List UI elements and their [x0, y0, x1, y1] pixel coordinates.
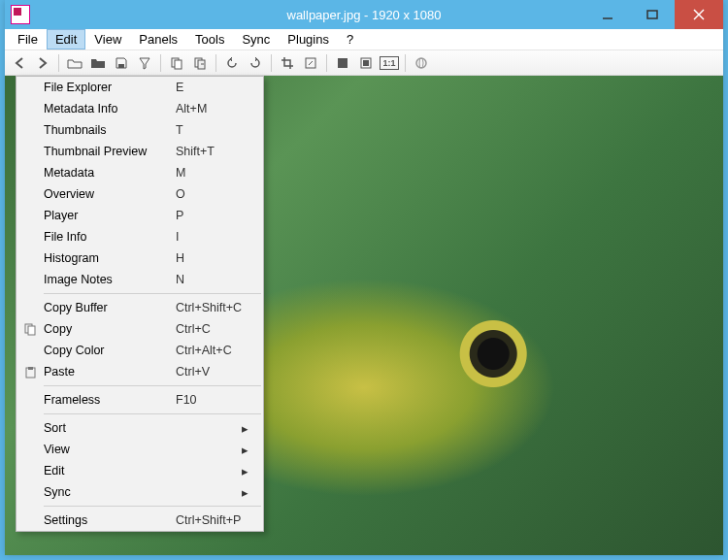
submenu-arrow-icon: ▸ — [242, 443, 251, 457]
menu-[interactable]: ? — [338, 29, 362, 49]
close-button[interactable] — [675, 0, 723, 29]
submenu-arrow-icon: ▸ — [242, 464, 251, 478]
menu-item-edit[interactable]: Edit▸ — [17, 460, 263, 481]
toolbar: 1:1 — [5, 50, 723, 76]
fit-window-icon — [359, 56, 373, 70]
menu-separator — [44, 385, 261, 386]
toolbar-separator — [58, 54, 59, 72]
maximize-button[interactable] — [630, 0, 675, 29]
menu-plugins[interactable]: Plugins — [279, 29, 338, 49]
menu-item-sort[interactable]: Sort▸ — [17, 417, 263, 439]
fit-window-button[interactable] — [355, 53, 377, 73]
fullscreen-button[interactable] — [332, 53, 353, 73]
next-button[interactable] — [32, 53, 53, 73]
toolbar-separator — [326, 54, 327, 72]
menu-item-shortcut: Ctrl+Shift+P — [176, 513, 242, 527]
folder-open-button[interactable] — [64, 53, 85, 73]
menu-item-file-info[interactable]: File InfoI — [17, 226, 263, 247]
menu-item-label: Sync — [44, 485, 176, 499]
toolbar-separator — [160, 54, 161, 72]
menu-item-copy[interactable]: CopyCtrl+C — [17, 318, 263, 340]
move-file-button[interactable] — [189, 53, 211, 73]
actual-size-button[interactable]: 1:1 — [379, 53, 400, 73]
svg-rect-1 — [647, 11, 657, 18]
menu-item-label: Copy — [44, 322, 176, 336]
gps-button[interactable] — [411, 53, 432, 73]
menu-file[interactable]: File — [9, 29, 47, 49]
menu-item-settings[interactable]: SettingsCtrl+Shift+P — [17, 510, 263, 531]
svg-rect-6 — [175, 60, 182, 69]
menu-item-shortcut: P — [176, 209, 242, 222]
svg-rect-18 — [28, 367, 33, 370]
minimize-button[interactable] — [585, 0, 630, 29]
menu-item-shortcut: O — [176, 187, 242, 201]
menu-item-copy-color[interactable]: Copy ColorCtrl+Alt+C — [17, 340, 263, 361]
paste-icon-slot — [17, 366, 44, 379]
menu-item-label: File Explorer — [44, 81, 176, 94]
svg-rect-12 — [363, 60, 369, 66]
menu-item-paste[interactable]: PasteCtrl+V — [17, 361, 263, 382]
actual-size-icon: 1:1 — [380, 56, 398, 70]
menu-item-label: Sort — [44, 421, 176, 435]
edit-menu-dropdown: File ExplorerEMetadata InfoAlt+MThumbnai… — [16, 76, 264, 532]
fullscreen-icon — [336, 56, 349, 70]
folder-icon — [90, 56, 106, 70]
menu-item-thumbnails[interactable]: ThumbnailsT — [17, 119, 263, 141]
minimize-icon — [602, 9, 613, 20]
svg-point-13 — [416, 58, 426, 68]
folder-button[interactable] — [87, 53, 109, 73]
svg-rect-11 — [361, 58, 371, 68]
resize-icon — [304, 56, 317, 70]
maximize-icon — [646, 9, 658, 20]
save-icon — [115, 56, 128, 70]
window-controls — [585, 0, 723, 29]
folder-open-icon — [67, 56, 83, 70]
menu-item-label: Metadata Info — [44, 102, 176, 115]
svg-point-14 — [419, 58, 423, 68]
rotate-ccw-icon — [225, 56, 239, 70]
gps-icon — [414, 56, 428, 70]
menu-edit[interactable]: Edit — [47, 29, 85, 49]
menu-item-player[interactable]: PlayerP — [17, 205, 263, 226]
rotate-cw-icon — [248, 56, 262, 70]
copy-file-button[interactable] — [166, 53, 187, 73]
menu-sync[interactable]: Sync — [233, 29, 279, 49]
menu-panels[interactable]: Panels — [130, 29, 186, 49]
menu-item-file-explorer[interactable]: File ExplorerE — [17, 77, 263, 98]
menu-item-image-notes[interactable]: Image NotesN — [17, 269, 263, 290]
menu-item-metadata[interactable]: MetadataM — [17, 162, 263, 183]
filter-button[interactable] — [134, 53, 155, 73]
svg-rect-15 — [25, 324, 32, 333]
prev-button[interactable] — [9, 53, 30, 73]
menu-item-thumbnail-preview[interactable]: Thumbnail PreviewShift+T — [17, 141, 263, 162]
menu-item-overview[interactable]: OverviewO — [17, 183, 263, 205]
svg-rect-8 — [198, 60, 205, 69]
menu-item-label: Copy Color — [44, 344, 176, 357]
menu-item-label: Settings — [44, 513, 176, 527]
app-icon — [11, 5, 30, 24]
menu-item-label: View — [44, 443, 176, 456]
menu-item-sync[interactable]: Sync▸ — [17, 481, 263, 503]
menu-view[interactable]: View — [85, 29, 130, 49]
save-button[interactable] — [111, 53, 132, 73]
svg-rect-5 — [172, 58, 179, 67]
svg-rect-16 — [28, 326, 35, 335]
submenu-arrow-icon: ▸ — [242, 485, 251, 500]
menu-item-shortcut: F10 — [176, 393, 242, 407]
resize-button[interactable] — [300, 53, 321, 73]
rotate-cw-button[interactable] — [245, 53, 266, 73]
crop-button[interactable] — [277, 53, 298, 73]
menu-item-histogram[interactable]: HistogramH — [17, 247, 263, 269]
filter-icon — [138, 56, 151, 70]
menu-item-metadata-info[interactable]: Metadata InfoAlt+M — [17, 98, 263, 119]
menu-item-label: Histogram — [44, 251, 176, 265]
menu-item-frameless[interactable]: FramelessF10 — [17, 389, 263, 411]
menubar: FileEditViewPanelsToolsSyncPlugins? — [5, 29, 723, 50]
menu-separator — [44, 413, 261, 414]
menu-item-copy-buffer[interactable]: Copy BufferCtrl+Shift+C — [17, 297, 263, 318]
menu-item-label: Thumbnail Preview — [44, 145, 176, 158]
menu-item-view[interactable]: View▸ — [17, 439, 263, 460]
rotate-ccw-button[interactable] — [221, 53, 243, 73]
menu-tools[interactable]: Tools — [186, 29, 233, 49]
toolbar-separator — [405, 54, 406, 72]
